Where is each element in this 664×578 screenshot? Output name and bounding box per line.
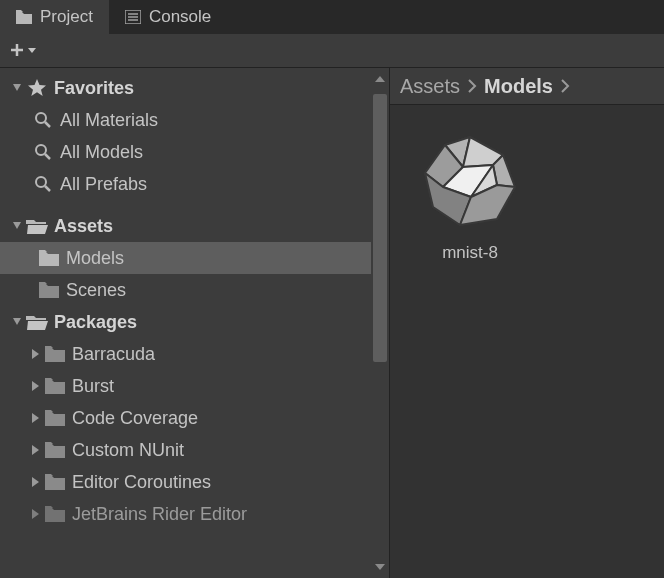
tree-favorites[interactable]: Favorites <box>0 72 389 104</box>
tree: Favorites All Materials All Models <box>0 68 389 530</box>
content-area[interactable]: mnist-8 <box>390 104 664 578</box>
folder-icon <box>44 407 66 429</box>
tree-favorite-item[interactable]: All Prefabs <box>0 168 389 200</box>
tree-favorite-item[interactable]: All Models <box>0 136 389 168</box>
tree-label: Scenes <box>66 280 126 301</box>
scroll-down-icon[interactable] <box>373 560 387 574</box>
tree-packages[interactable]: Packages <box>0 306 389 338</box>
breadcrumb-current[interactable]: Models <box>484 75 553 98</box>
svg-point-8 <box>36 145 46 155</box>
tree-label: Burst <box>72 376 114 397</box>
collapse-arrow-icon[interactable] <box>26 345 44 363</box>
tree-label: Assets <box>54 216 113 237</box>
asset-label: mnist-8 <box>442 243 498 263</box>
expand-arrow-icon[interactable] <box>8 217 26 235</box>
content-panel: Assets Models <box>390 68 664 578</box>
asset-item[interactable]: mnist-8 <box>410 125 530 263</box>
tree-folder-item[interactable]: Models <box>0 242 389 274</box>
tree-panel: Favorites All Materials All Models <box>0 68 390 578</box>
model-icon <box>415 125 525 235</box>
tree-label: Barracuda <box>72 344 155 365</box>
folder-icon <box>16 9 32 25</box>
collapse-arrow-icon[interactable] <box>26 409 44 427</box>
breadcrumb: Assets Models <box>390 68 664 104</box>
folder-icon <box>44 439 66 461</box>
tab-label: Project <box>40 7 93 27</box>
tree-label: Code Coverage <box>72 408 198 429</box>
folder-icon <box>38 247 60 269</box>
tree-package-item[interactable]: Barracuda <box>0 338 389 370</box>
search-icon <box>32 141 54 163</box>
folder-icon <box>44 343 66 365</box>
chevron-right-icon <box>464 79 480 93</box>
tree-assets[interactable]: Assets <box>0 210 389 242</box>
folder-icon <box>44 471 66 493</box>
tree-folder-item[interactable]: Scenes <box>0 274 389 306</box>
scrollbar-thumb[interactable] <box>373 94 387 362</box>
tree-label: JetBrains Rider Editor <box>72 504 247 525</box>
search-icon <box>32 173 54 195</box>
tree-label: All Prefabs <box>60 174 147 195</box>
tree-label: Editor Coroutines <box>72 472 211 493</box>
tree-package-item[interactable]: Editor Coroutines <box>0 466 389 498</box>
svg-line-9 <box>45 154 50 159</box>
expand-arrow-icon[interactable] <box>8 79 26 97</box>
expand-arrow-icon[interactable] <box>8 313 26 331</box>
create-button[interactable] <box>10 42 40 60</box>
folder-icon <box>38 279 60 301</box>
tree-label: Packages <box>54 312 137 333</box>
tab-console[interactable]: Console <box>109 0 227 34</box>
tree-label: Favorites <box>54 78 134 99</box>
folder-open-icon <box>26 215 48 237</box>
star-icon <box>26 77 48 99</box>
folder-open-icon <box>26 311 48 333</box>
tree-label: Models <box>66 248 124 269</box>
tab-project[interactable]: Project <box>0 0 109 34</box>
tree-package-item[interactable]: JetBrains Rider Editor <box>0 498 389 530</box>
tree-package-item[interactable]: Custom NUnit <box>0 434 389 466</box>
folder-icon <box>44 503 66 525</box>
collapse-arrow-icon[interactable] <box>26 473 44 491</box>
search-icon <box>32 109 54 131</box>
console-icon <box>125 9 141 25</box>
collapse-arrow-icon[interactable] <box>26 441 44 459</box>
scroll-up-icon[interactable] <box>373 72 387 86</box>
tree-package-item[interactable]: Burst <box>0 370 389 402</box>
svg-point-6 <box>36 113 46 123</box>
tab-label: Console <box>149 7 211 27</box>
svg-line-7 <box>45 122 50 127</box>
breadcrumb-root[interactable]: Assets <box>400 75 460 98</box>
tree-favorite-item[interactable]: All Materials <box>0 104 389 136</box>
chevron-right-icon <box>557 79 573 93</box>
collapse-arrow-icon[interactable] <box>26 505 44 523</box>
svg-point-10 <box>36 177 46 187</box>
toolbar <box>0 34 664 68</box>
folder-icon <box>44 375 66 397</box>
main-area: Favorites All Materials All Models <box>0 68 664 578</box>
tree-label: All Materials <box>60 110 158 131</box>
tree-label: Custom NUnit <box>72 440 184 461</box>
svg-line-11 <box>45 186 50 191</box>
tab-bar: Project Console <box>0 0 664 34</box>
tree-package-item[interactable]: Code Coverage <box>0 402 389 434</box>
collapse-arrow-icon[interactable] <box>26 377 44 395</box>
scrollbar[interactable] <box>371 68 389 578</box>
tree-label: All Models <box>60 142 143 163</box>
